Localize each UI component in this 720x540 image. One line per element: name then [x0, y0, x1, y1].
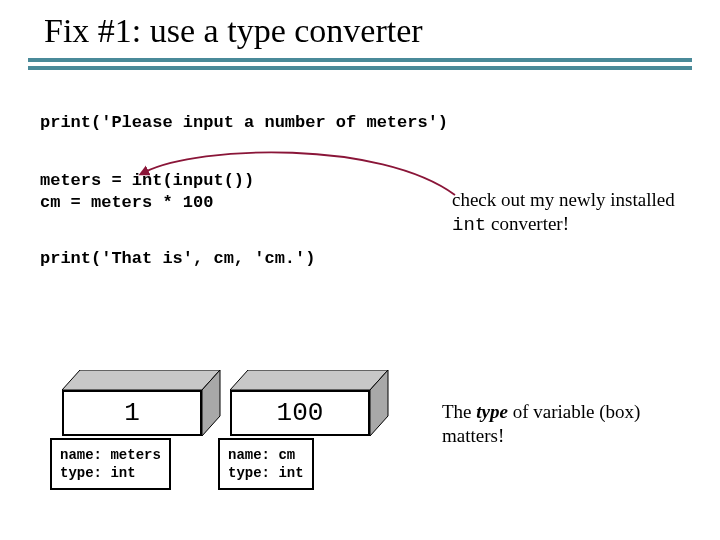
box1-name-label: name:	[60, 447, 102, 463]
box-cm-side	[370, 370, 392, 436]
box2-type-label: type:	[228, 465, 270, 481]
box-meters-side	[202, 370, 224, 436]
box-meters-top	[62, 370, 222, 392]
box1-type-value: int	[110, 465, 135, 481]
annot2-part1: The	[442, 401, 476, 422]
box2-name-label: name:	[228, 447, 270, 463]
box-meters-front: 1	[62, 390, 202, 436]
box1-type-label: type:	[60, 465, 102, 481]
box2-type-value: int	[278, 465, 303, 481]
svg-marker-2	[230, 370, 388, 390]
annot2-type: type	[476, 401, 508, 422]
annotation-int-converter: check out my newly installed int convert…	[452, 188, 702, 237]
svg-marker-1	[202, 370, 220, 436]
box-cm-value: 100	[277, 398, 324, 428]
box-meters-value: 1	[124, 398, 140, 428]
annot1-part1: check out my newly installed	[452, 189, 675, 210]
box-cm-front: 100	[230, 390, 370, 436]
annotation-type-matters: The type of variable (box) matters!	[442, 400, 702, 448]
slide: Fix #1: use a type converter print('Plea…	[0, 0, 720, 540]
annot1-part2: converter!	[486, 213, 569, 234]
box-meters-label: name: meters type: int	[50, 438, 171, 490]
box-cm-top	[230, 370, 390, 392]
annot1-int: int	[452, 214, 486, 236]
svg-marker-3	[370, 370, 388, 436]
svg-marker-0	[62, 370, 220, 390]
box1-name-value: meters	[110, 447, 160, 463]
box2-name-value: cm	[278, 447, 295, 463]
box-cm-label: name: cm type: int	[218, 438, 314, 490]
